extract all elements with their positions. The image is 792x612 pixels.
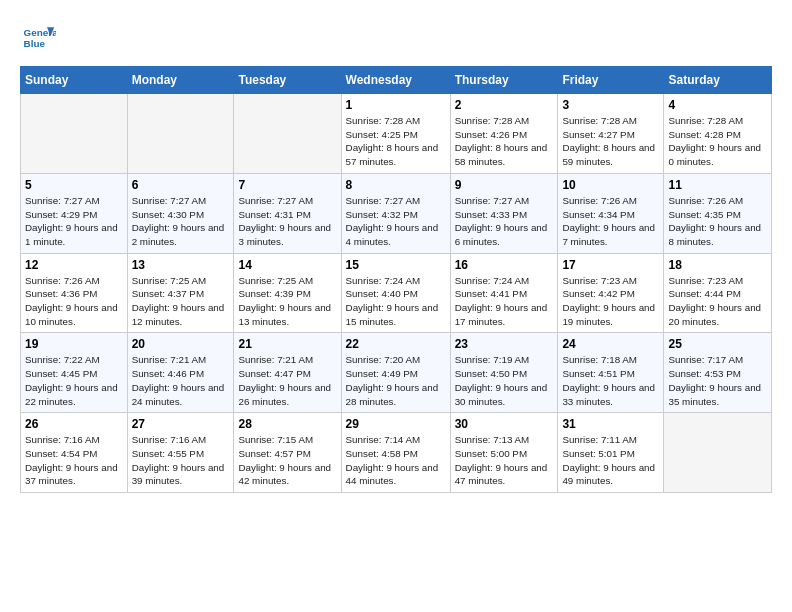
day-number: 2 [455, 98, 554, 112]
header-saturday: Saturday [664, 67, 772, 94]
calendar-cell: 10Sunrise: 7:26 AM Sunset: 4:34 PM Dayli… [558, 173, 664, 253]
calendar-cell: 12Sunrise: 7:26 AM Sunset: 4:36 PM Dayli… [21, 253, 128, 333]
logo: General Blue [20, 20, 60, 56]
calendar-cell: 2Sunrise: 7:28 AM Sunset: 4:26 PM Daylig… [450, 94, 558, 174]
day-info: Sunrise: 7:22 AM Sunset: 4:45 PM Dayligh… [25, 353, 123, 408]
day-number: 7 [238, 178, 336, 192]
calendar-cell: 4Sunrise: 7:28 AM Sunset: 4:28 PM Daylig… [664, 94, 772, 174]
calendar-cell: 19Sunrise: 7:22 AM Sunset: 4:45 PM Dayli… [21, 333, 128, 413]
day-info: Sunrise: 7:28 AM Sunset: 4:26 PM Dayligh… [455, 114, 554, 169]
day-info: Sunrise: 7:27 AM Sunset: 4:29 PM Dayligh… [25, 194, 123, 249]
day-number: 24 [562, 337, 659, 351]
day-info: Sunrise: 7:27 AM Sunset: 4:32 PM Dayligh… [346, 194, 446, 249]
day-number: 30 [455, 417, 554, 431]
calendar-cell: 1Sunrise: 7:28 AM Sunset: 4:25 PM Daylig… [341, 94, 450, 174]
calendar-cell: 30Sunrise: 7:13 AM Sunset: 5:00 PM Dayli… [450, 413, 558, 493]
day-info: Sunrise: 7:16 AM Sunset: 4:54 PM Dayligh… [25, 433, 123, 488]
day-number: 25 [668, 337, 767, 351]
day-number: 3 [562, 98, 659, 112]
calendar-cell: 16Sunrise: 7:24 AM Sunset: 4:41 PM Dayli… [450, 253, 558, 333]
day-number: 29 [346, 417, 446, 431]
calendar-cell: 3Sunrise: 7:28 AM Sunset: 4:27 PM Daylig… [558, 94, 664, 174]
day-number: 5 [25, 178, 123, 192]
header-monday: Monday [127, 67, 234, 94]
day-number: 14 [238, 258, 336, 272]
header-sunday: Sunday [21, 67, 128, 94]
day-number: 18 [668, 258, 767, 272]
day-info: Sunrise: 7:15 AM Sunset: 4:57 PM Dayligh… [238, 433, 336, 488]
day-info: Sunrise: 7:21 AM Sunset: 4:47 PM Dayligh… [238, 353, 336, 408]
day-info: Sunrise: 7:14 AM Sunset: 4:58 PM Dayligh… [346, 433, 446, 488]
day-number: 20 [132, 337, 230, 351]
calendar-cell: 7Sunrise: 7:27 AM Sunset: 4:31 PM Daylig… [234, 173, 341, 253]
calendar-cell: 8Sunrise: 7:27 AM Sunset: 4:32 PM Daylig… [341, 173, 450, 253]
calendar-cell: 26Sunrise: 7:16 AM Sunset: 4:54 PM Dayli… [21, 413, 128, 493]
day-info: Sunrise: 7:11 AM Sunset: 5:01 PM Dayligh… [562, 433, 659, 488]
day-number: 9 [455, 178, 554, 192]
day-number: 6 [132, 178, 230, 192]
day-info: Sunrise: 7:27 AM Sunset: 4:31 PM Dayligh… [238, 194, 336, 249]
day-number: 26 [25, 417, 123, 431]
day-info: Sunrise: 7:26 AM Sunset: 4:34 PM Dayligh… [562, 194, 659, 249]
day-number: 27 [132, 417, 230, 431]
header-thursday: Thursday [450, 67, 558, 94]
calendar-cell: 21Sunrise: 7:21 AM Sunset: 4:47 PM Dayli… [234, 333, 341, 413]
svg-text:Blue: Blue [24, 38, 46, 49]
day-info: Sunrise: 7:27 AM Sunset: 4:33 PM Dayligh… [455, 194, 554, 249]
day-info: Sunrise: 7:28 AM Sunset: 4:25 PM Dayligh… [346, 114, 446, 169]
day-info: Sunrise: 7:28 AM Sunset: 4:28 PM Dayligh… [668, 114, 767, 169]
day-info: Sunrise: 7:28 AM Sunset: 4:27 PM Dayligh… [562, 114, 659, 169]
header-wednesday: Wednesday [341, 67, 450, 94]
calendar-cell: 11Sunrise: 7:26 AM Sunset: 4:35 PM Dayli… [664, 173, 772, 253]
day-info: Sunrise: 7:25 AM Sunset: 4:37 PM Dayligh… [132, 274, 230, 329]
calendar-header-row: SundayMondayTuesdayWednesdayThursdayFrid… [21, 67, 772, 94]
day-number: 28 [238, 417, 336, 431]
day-number: 21 [238, 337, 336, 351]
day-info: Sunrise: 7:13 AM Sunset: 5:00 PM Dayligh… [455, 433, 554, 488]
calendar-cell: 27Sunrise: 7:16 AM Sunset: 4:55 PM Dayli… [127, 413, 234, 493]
calendar-cell: 13Sunrise: 7:25 AM Sunset: 4:37 PM Dayli… [127, 253, 234, 333]
day-info: Sunrise: 7:26 AM Sunset: 4:35 PM Dayligh… [668, 194, 767, 249]
header-tuesday: Tuesday [234, 67, 341, 94]
day-number: 8 [346, 178, 446, 192]
calendar-table: SundayMondayTuesdayWednesdayThursdayFrid… [20, 66, 772, 493]
day-info: Sunrise: 7:25 AM Sunset: 4:39 PM Dayligh… [238, 274, 336, 329]
day-info: Sunrise: 7:20 AM Sunset: 4:49 PM Dayligh… [346, 353, 446, 408]
day-number: 17 [562, 258, 659, 272]
calendar-cell: 17Sunrise: 7:23 AM Sunset: 4:42 PM Dayli… [558, 253, 664, 333]
day-number: 11 [668, 178, 767, 192]
day-number: 15 [346, 258, 446, 272]
calendar-week-row: 26Sunrise: 7:16 AM Sunset: 4:54 PM Dayli… [21, 413, 772, 493]
day-number: 12 [25, 258, 123, 272]
day-info: Sunrise: 7:27 AM Sunset: 4:30 PM Dayligh… [132, 194, 230, 249]
calendar-cell: 9Sunrise: 7:27 AM Sunset: 4:33 PM Daylig… [450, 173, 558, 253]
header-friday: Friday [558, 67, 664, 94]
calendar-cell: 24Sunrise: 7:18 AM Sunset: 4:51 PM Dayli… [558, 333, 664, 413]
day-info: Sunrise: 7:18 AM Sunset: 4:51 PM Dayligh… [562, 353, 659, 408]
day-info: Sunrise: 7:24 AM Sunset: 4:40 PM Dayligh… [346, 274, 446, 329]
logo-icon: General Blue [20, 20, 56, 56]
calendar-cell: 28Sunrise: 7:15 AM Sunset: 4:57 PM Dayli… [234, 413, 341, 493]
day-number: 16 [455, 258, 554, 272]
day-info: Sunrise: 7:21 AM Sunset: 4:46 PM Dayligh… [132, 353, 230, 408]
day-number: 22 [346, 337, 446, 351]
calendar-cell: 14Sunrise: 7:25 AM Sunset: 4:39 PM Dayli… [234, 253, 341, 333]
day-number: 31 [562, 417, 659, 431]
day-number: 13 [132, 258, 230, 272]
day-info: Sunrise: 7:23 AM Sunset: 4:44 PM Dayligh… [668, 274, 767, 329]
calendar-week-row: 12Sunrise: 7:26 AM Sunset: 4:36 PM Dayli… [21, 253, 772, 333]
day-number: 19 [25, 337, 123, 351]
calendar-cell [234, 94, 341, 174]
calendar-cell [21, 94, 128, 174]
day-info: Sunrise: 7:19 AM Sunset: 4:50 PM Dayligh… [455, 353, 554, 408]
calendar-cell: 25Sunrise: 7:17 AM Sunset: 4:53 PM Dayli… [664, 333, 772, 413]
calendar-cell: 20Sunrise: 7:21 AM Sunset: 4:46 PM Dayli… [127, 333, 234, 413]
calendar-cell: 6Sunrise: 7:27 AM Sunset: 4:30 PM Daylig… [127, 173, 234, 253]
calendar-cell: 15Sunrise: 7:24 AM Sunset: 4:40 PM Dayli… [341, 253, 450, 333]
calendar-cell: 31Sunrise: 7:11 AM Sunset: 5:01 PM Dayli… [558, 413, 664, 493]
day-info: Sunrise: 7:23 AM Sunset: 4:42 PM Dayligh… [562, 274, 659, 329]
day-number: 23 [455, 337, 554, 351]
day-info: Sunrise: 7:17 AM Sunset: 4:53 PM Dayligh… [668, 353, 767, 408]
calendar-cell: 23Sunrise: 7:19 AM Sunset: 4:50 PM Dayli… [450, 333, 558, 413]
calendar-cell [664, 413, 772, 493]
